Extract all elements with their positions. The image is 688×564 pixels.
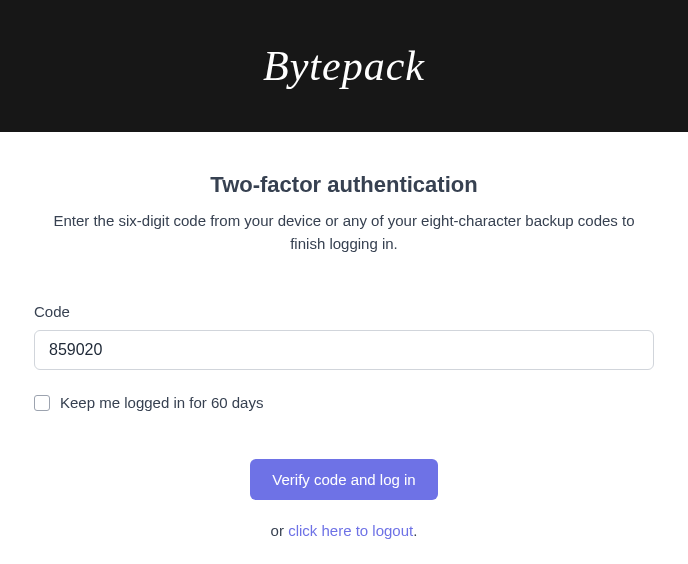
logout-row: or click here to logout. <box>34 522 654 539</box>
app-header: Bytepack <box>0 0 688 132</box>
period: . <box>413 522 417 539</box>
code-label: Code <box>34 303 654 320</box>
brand-logo: Bytepack <box>263 42 425 90</box>
logout-link[interactable]: click here to logout <box>288 522 413 539</box>
remember-row: Keep me logged in for 60 days <box>34 394 654 411</box>
page-title: Two-factor authentication <box>34 172 654 198</box>
remember-checkbox[interactable] <box>34 395 50 411</box>
form-actions: Verify code and log in or click here to … <box>34 459 654 539</box>
code-input[interactable] <box>34 330 654 370</box>
two-factor-form: Code Keep me logged in for 60 days Verif… <box>34 303 654 539</box>
verify-button[interactable]: Verify code and log in <box>250 459 437 500</box>
or-text: or <box>271 522 289 539</box>
main-content: Two-factor authentication Enter the six-… <box>0 132 688 539</box>
remember-label[interactable]: Keep me logged in for 60 days <box>60 394 263 411</box>
page-subtitle: Enter the six-digit code from your devic… <box>34 210 654 255</box>
